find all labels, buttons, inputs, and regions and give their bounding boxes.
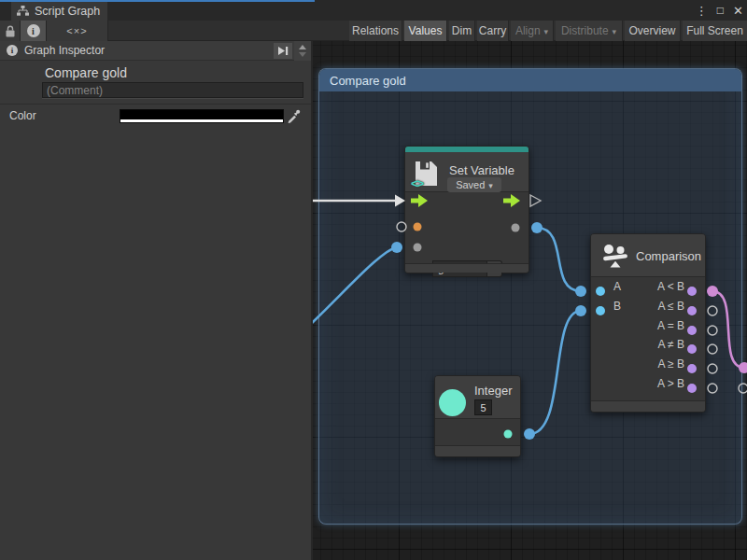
integer-type-icon	[439, 389, 466, 416]
graph-toolbar: i <×> enemy Zoom 1x Relations Values Dim…	[0, 21, 747, 41]
script-graph-window: Script Graph ⋮ □ ✕ i <×>	[0, 0, 747, 560]
toolbar-button-fullscreen[interactable]: Full Screen	[683, 21, 747, 41]
color-swatch[interactable]	[120, 109, 284, 123]
output-label: A ≤ B	[657, 300, 684, 313]
node-comparison[interactable]: Comparison A A < B B A ≤ B A = B A ≠ B A…	[590, 233, 706, 413]
step-down-icon[interactable]	[299, 52, 306, 57]
integer-value-field[interactable]: 5	[474, 399, 492, 415]
node-footer	[435, 445, 520, 456]
variable-code-glyph: <>	[411, 176, 423, 190]
preview-code-button[interactable]: <×>	[47, 21, 108, 41]
input-a-label: A	[613, 280, 621, 293]
chevron-down-icon: ▾	[544, 27, 549, 36]
toolbar-button-overview[interactable]: Overview	[625, 21, 681, 41]
output-label: A ≥ B	[657, 357, 684, 371]
inspector-header: i Graph Inspector	[0, 41, 311, 61]
chevron-down-icon: ▾	[613, 27, 617, 36]
comparison-scale-icon	[602, 243, 630, 269]
group-title: Compare gold	[330, 74, 406, 88]
tab-title: Script Graph	[35, 5, 100, 18]
graph-inspector-panel: i Graph Inspector Compare gold (Comment)…	[0, 41, 313, 560]
lock-icon	[5, 25, 16, 37]
node-title: Set Variable	[449, 163, 514, 177]
info-icon: i	[27, 24, 40, 37]
node-header: <> Set Variable Saved ▾	[405, 152, 529, 192]
lock-button[interactable]	[0, 21, 21, 41]
node-header: Comparison	[591, 234, 705, 277]
color-label: Color	[9, 109, 36, 122]
group-header[interactable]: Compare gold	[319, 69, 741, 91]
output-label: A < B	[657, 280, 684, 293]
toolbar-button-distribute[interactable]: Distribute▾	[556, 21, 623, 41]
dock-icon	[277, 46, 289, 56]
comparison-row: A = B	[591, 316, 705, 336]
dock-panel-button[interactable]	[274, 43, 292, 59]
step-up-icon[interactable]	[299, 45, 306, 49]
tab-bar: Script Graph ⋮ □ ✕	[0, 0, 747, 21]
chevron-down-icon: ▾	[488, 181, 493, 190]
output-label: A = B	[657, 319, 684, 332]
inspector-header-title: Graph Inspector	[24, 44, 105, 57]
script-graph-icon	[17, 6, 29, 17]
eyedropper-icon	[287, 109, 301, 123]
toolbar-button-relations[interactable]: Relations	[349, 21, 402, 41]
comparison-row: A ≠ B	[591, 335, 705, 355]
inspector-toggle-button[interactable]: i	[21, 21, 47, 41]
comparison-row: A ≥ B	[591, 355, 705, 374]
node-footer	[591, 400, 705, 412]
comparison-row: A > B	[591, 374, 705, 394]
toolbar-button-carry[interactable]: Carry	[477, 21, 509, 41]
maximize-icon[interactable]: □	[717, 4, 724, 17]
comparison-row: A A < B	[591, 277, 705, 297]
graph-title: Compare gold	[45, 65, 127, 80]
output-label: A ≠ B	[657, 338, 684, 351]
variable-scope-dropdown[interactable]: Saved ▾	[447, 177, 501, 192]
code-icon: <×>	[66, 25, 87, 36]
output-label: A > B	[657, 377, 684, 390]
toolbar-button-align[interactable]: Align▾	[511, 21, 554, 41]
eyedropper-button[interactable]	[286, 108, 302, 124]
divider	[0, 104, 311, 105]
window-menu-icon[interactable]: ⋮	[696, 4, 708, 18]
node-set-variable[interactable]: <> Set Variable Saved ▾ gold ▾	[404, 146, 529, 273]
toolbar-button-values[interactable]: Values	[404, 21, 447, 41]
node-title: Integer	[474, 384, 512, 398]
node-title: Comparison	[636, 249, 701, 263]
toolbar-button-dim[interactable]: Dim	[449, 21, 475, 41]
close-icon[interactable]: ✕	[733, 4, 743, 18]
graph-canvas[interactable]: Compare gold <> Set Variable Saved ▾	[313, 41, 747, 560]
window-controls: ⋮ □ ✕	[696, 0, 743, 21]
alpha-bar	[120, 119, 283, 122]
input-b-label: B	[613, 300, 621, 313]
node-integer[interactable]: Integer 5	[434, 375, 521, 457]
node-header: Integer 5	[435, 376, 520, 419]
panel-stepper	[294, 41, 311, 61]
comparison-row: B A ≤ B	[591, 297, 705, 316]
comment-input[interactable]: (Comment)	[42, 82, 303, 98]
info-icon: i	[7, 45, 18, 56]
node-footer	[405, 263, 529, 273]
tab-script-graph[interactable]: Script Graph	[11, 2, 107, 21]
